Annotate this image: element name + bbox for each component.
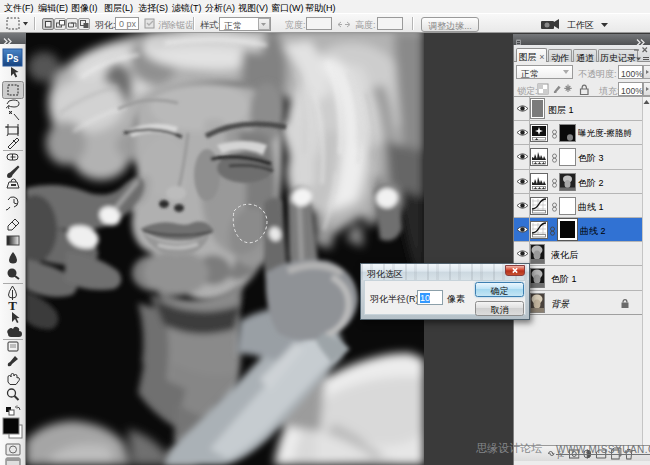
svg-text:T: T <box>8 298 17 313</box>
svg-text:Ps: Ps <box>6 53 19 64</box>
